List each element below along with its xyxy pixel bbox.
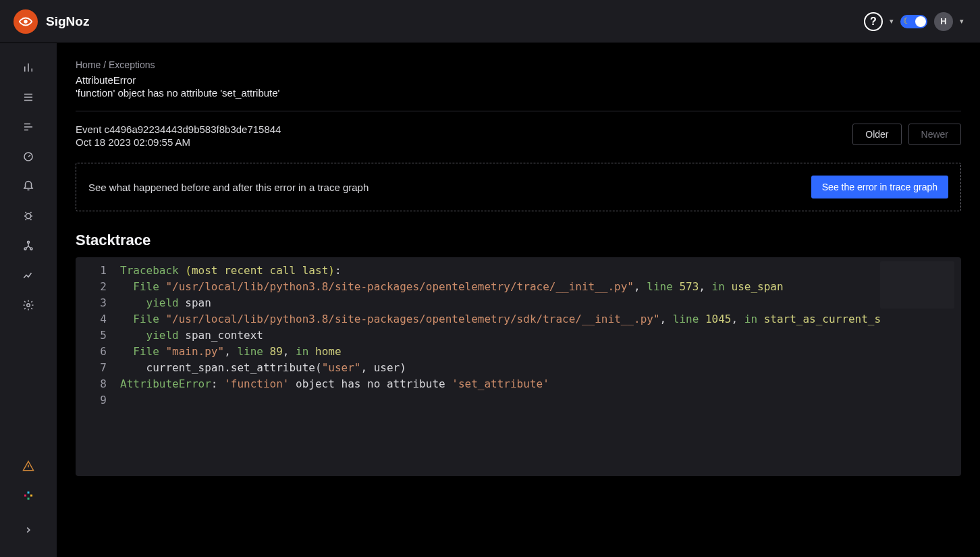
help-caret-icon[interactable]: ▾	[890, 17, 894, 26]
section-divider	[76, 111, 961, 111]
sidebar-collapse-icon[interactable]	[14, 516, 43, 544]
theme-toggle[interactable]: ☾	[900, 15, 927, 28]
line-number: 4	[76, 311, 107, 327]
sidebar-item-logs[interactable]	[14, 113, 43, 141]
sidebar-item-usage[interactable]	[14, 261, 43, 290]
sidebar-item-dashboards[interactable]	[14, 142, 43, 171]
toggle-knob	[915, 16, 926, 27]
line-number: 2	[76, 279, 107, 295]
line-number: 8	[76, 376, 107, 392]
event-nav: Older Newer	[852, 124, 961, 145]
svg-point-2	[26, 213, 31, 219]
event-id: Event c4496a92234443d9b583f8b3de715844	[76, 124, 281, 135]
sidebar-item-alerts[interactable]	[14, 172, 43, 201]
line-number: 1	[76, 263, 107, 279]
stacktrace-container[interactable]: 123456789 Traceback (most recent call la…	[76, 257, 961, 476]
moon-icon: ☾	[903, 16, 910, 26]
line-number: 3	[76, 295, 107, 311]
help-icon[interactable]: ?	[864, 12, 883, 31]
line-number: 5	[76, 327, 107, 344]
breadcrumb-current: Exceptions	[109, 59, 155, 70]
top-bar: SigNoz ? ▾ ☾ H ▾	[0, 0, 980, 43]
line-number: 6	[76, 344, 107, 360]
code-line: File "main.py", line 89, in home	[120, 344, 961, 360]
sidebar-item-settings[interactable]	[14, 291, 43, 319]
minimap[interactable]	[880, 261, 954, 309]
trace-prompt-box: See what happened before and after this …	[76, 163, 961, 211]
code-line: current_span.set_attribute("user", user)	[120, 360, 961, 376]
svg-point-6	[27, 304, 30, 307]
code-line: AttributeError: 'function' object has no…	[120, 376, 961, 392]
avatar[interactable]: H	[934, 12, 953, 31]
newer-button[interactable]: Newer	[908, 124, 961, 145]
brand-logo-icon	[13, 9, 38, 34]
svg-point-3	[28, 241, 30, 243]
error-type: AttributeError	[76, 74, 961, 86]
code-line: File "/usr/local/lib/python3.8/site-pack…	[120, 279, 961, 295]
sidebar-item-service-map[interactable]	[14, 232, 43, 260]
svg-point-0	[24, 20, 28, 24]
user-caret-icon[interactable]: ▾	[960, 17, 964, 26]
code-line	[120, 392, 961, 408]
main-content: Home / Exceptions AttributeError 'functi…	[57, 43, 980, 557]
older-button[interactable]: Older	[852, 124, 901, 145]
code-line: yield span	[120, 295, 961, 311]
svg-rect-9	[30, 495, 32, 497]
breadcrumb: Home / Exceptions	[76, 59, 961, 70]
code-line: File "/usr/local/lib/python3.8/site-pack…	[120, 311, 961, 327]
svg-rect-10	[28, 498, 30, 500]
trace-graph-button[interactable]: See the error in trace graph	[811, 176, 948, 198]
error-message: 'function' object has no attribute 'set_…	[76, 87, 961, 99]
sidebar-item-exceptions[interactable]	[14, 202, 43, 230]
stacktrace-code: Traceback (most recent call last): File …	[113, 257, 961, 476]
sidebar	[0, 43, 57, 557]
svg-rect-7	[24, 495, 26, 497]
sidebar-item-metrics[interactable]	[14, 53, 43, 82]
brand-name: SigNoz	[46, 14, 89, 29]
line-number: 9	[76, 392, 107, 408]
event-timestamp: Oct 18 2023 02:09:55 AM	[76, 136, 281, 148]
sidebar-item-slack[interactable]	[14, 481, 43, 510]
line-number: 7	[76, 360, 107, 376]
line-number-gutter: 123456789	[76, 257, 113, 476]
svg-rect-8	[28, 492, 30, 494]
sidebar-item-traces[interactable]	[14, 83, 43, 111]
breadcrumb-home-link[interactable]: Home	[76, 59, 101, 70]
code-line: yield span_context	[120, 327, 961, 344]
stacktrace-heading: Stacktrace	[76, 232, 961, 249]
trace-prompt-text: See what happened before and after this …	[88, 182, 369, 193]
code-line: Traceback (most recent call last):	[120, 263, 961, 279]
sidebar-item-warnings[interactable]	[14, 452, 43, 480]
